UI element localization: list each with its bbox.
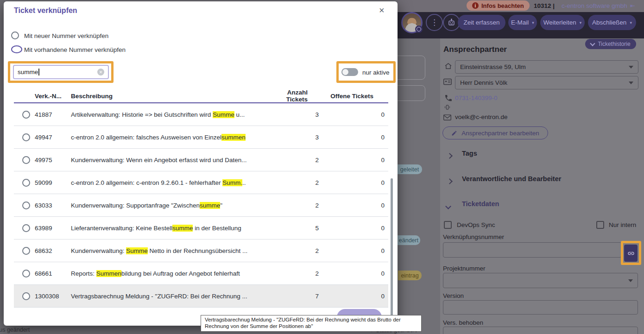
- row-anzahl-tickets: 3: [277, 111, 319, 118]
- table-row[interactable]: 49975Kundenverwaltung: Wenn ein Angebot …: [14, 149, 388, 171]
- section-tags-label[interactable]: Tags: [462, 150, 477, 157]
- table-row[interactable]: 63989Lieferantenverwaltung: Keine Bestel…: [14, 217, 388, 239]
- row-radio[interactable]: [22, 202, 30, 209]
- user-avatar[interactable]: [401, 12, 423, 33]
- row-ticket-number: 1300308: [35, 293, 66, 300]
- row-radio[interactable]: [22, 133, 30, 141]
- home-icon: [444, 62, 452, 70]
- search-highlight: Summ.: [222, 179, 242, 186]
- section-verantwortliche-label[interactable]: Verantwortliche und Bearbeiter: [462, 175, 561, 183]
- section-ticketdaten-label[interactable]: Ticketdaten: [462, 200, 499, 208]
- projektnummer-select[interactable]: [443, 273, 638, 288]
- tickethistorie-button[interactable]: Tickethistorie: [585, 39, 636, 49]
- info-badge-label: Infos beachten: [481, 2, 524, 9]
- row-description: Lieferantenverwaltung: Keine Bestellsumm…: [71, 225, 277, 232]
- devops-sync-checkbox[interactable]: [444, 221, 452, 229]
- section-tags[interactable]: [448, 151, 452, 160]
- collapse-left-icon: ⇤: [630, 2, 635, 9]
- chevron-down-icon: [629, 82, 633, 84]
- nur-intern-checkbox[interactable]: [596, 221, 604, 229]
- page-background: [398, 38, 440, 334]
- verknuepfungsnummer-label: Verknüpfungsnummer: [443, 233, 504, 240]
- row-anzahl-tickets: 2: [277, 179, 319, 186]
- verknuepfungsnummer-input[interactable]: [443, 242, 622, 258]
- col-offene-tickets[interactable]: Offene Tickets: [319, 93, 385, 100]
- row-ticket-number: 68661: [35, 270, 66, 277]
- row-ticket-number: 63989: [35, 225, 66, 232]
- row-offene-tickets: 0: [319, 134, 385, 141]
- row-anzahl-tickets: 5: [277, 225, 319, 232]
- row-anzahl-tickets: 3: [277, 134, 319, 141]
- row-radio[interactable]: [22, 224, 30, 232]
- table-row[interactable]: 63033Kundenverwaltung: Supportanfrage "Z…: [14, 194, 388, 217]
- nur-intern-label: Nur intern: [609, 221, 636, 228]
- radio-vorhandene-nummer[interactable]: [11, 45, 22, 53]
- abschliessen-button[interactable]: Abschließen▾: [588, 15, 636, 30]
- table-row[interactable]: 59099c-entron 2.0 allgemein: c-entron 9.…: [14, 171, 388, 194]
- col-anzahl-tickets[interactable]: Anzahl Tickets: [277, 89, 319, 103]
- row-offene-tickets: 0: [319, 270, 385, 277]
- version-input[interactable]: [443, 300, 638, 315]
- vers-behoben-input[interactable]: [443, 327, 638, 334]
- contact-select[interactable]: Herr Dennis Völk: [455, 76, 638, 89]
- contact-value: Herr Dennis Völk: [460, 79, 507, 86]
- info-alert-badge[interactable]: i Infos beachten: [467, 0, 530, 11]
- search-highlight: Summe: [126, 247, 148, 254]
- projektnummer-label: Projektnummer: [443, 265, 486, 272]
- table-row[interactable]: 68661Reports: Summenbildung bei Auftrag …: [14, 262, 388, 285]
- annotation-box-link-button: [621, 241, 641, 265]
- ticket-table: Verk.-N... Beschreibung Anzahl Tickets O…: [14, 89, 388, 308]
- row-description: Kundenverwaltung: Wenn ein Angebot erfas…: [71, 157, 277, 164]
- col-verknr[interactable]: Verk.-N...: [35, 93, 66, 100]
- scrollbar-thumb[interactable]: [391, 178, 393, 326]
- col-beschreibung[interactable]: Beschreibung: [71, 93, 277, 100]
- address-select[interactable]: Einsteinstrasse 59, Ulm: [455, 60, 638, 74]
- table-header: Verk.-N... Beschreibung Anzahl Tickets O…: [14, 89, 388, 103]
- company-link[interactable]: c-entron software gmbh⇤: [562, 2, 635, 9]
- email-button[interactable]: E-Mail▾: [508, 15, 537, 30]
- search-highlight: Summen: [96, 270, 121, 277]
- chevron-down-icon: ▾: [630, 20, 632, 25]
- row-anzahl-tickets: 2: [277, 247, 319, 254]
- phone-link[interactable]: 0731-140399-0: [455, 95, 498, 101]
- zeit-erfassen-button[interactable]: Zeit erfassen: [458, 15, 505, 30]
- edit-contact-button[interactable]: Ansprechpartner bearbeiten: [442, 126, 548, 139]
- row-offene-tickets: 0: [319, 225, 385, 232]
- devops-sync-label: DevOps Sync: [457, 221, 495, 228]
- close-icon[interactable]: ×: [379, 5, 385, 16]
- row-description: Vertragsbarechnug Meldung - "ZUGFeRD: Be…: [71, 293, 277, 300]
- kebab-menu-button[interactable]: ⋮: [426, 14, 443, 31]
- row-radio[interactable]: [22, 179, 30, 187]
- radio-neue-nummer[interactable]: [11, 32, 19, 39]
- row-radio[interactable]: [22, 156, 30, 164]
- row-description: c-entron 2.0 allgemein: c-entron 9.2.60.…: [71, 179, 277, 186]
- email-icon: [443, 114, 451, 120]
- table-row[interactable]: 1300308Vertragsbarechnug Meldung - "ZUGF…: [14, 285, 388, 308]
- chevron-down-icon: ▾: [580, 20, 582, 25]
- row-radio[interactable]: [22, 111, 30, 119]
- chevron-down-icon: [628, 279, 633, 282]
- row-offene-tickets: 0: [319, 179, 385, 186]
- section-ticketdaten[interactable]: [446, 202, 450, 210]
- row-radio[interactable]: [22, 247, 30, 255]
- row-radio[interactable]: [22, 292, 30, 300]
- row-ticket-number: 63033: [35, 202, 66, 209]
- timeline-entry-left: Status geändert: [0, 327, 30, 333]
- info-icon: i: [472, 2, 479, 9]
- radio-neue-nummer-label[interactable]: Mit neuer Nummer verknüpfen: [24, 32, 108, 39]
- table-row[interactable]: 68632Kundenverwaltung: Summe Netto in de…: [14, 239, 388, 262]
- panel-title: Ansprechpartner: [443, 45, 507, 54]
- row-ticket-number: 49975: [35, 157, 66, 164]
- search-highlight: Summe: [213, 111, 234, 118]
- email-value: voelk@c-entron.de: [455, 113, 508, 120]
- row-radio[interactable]: [22, 270, 30, 277]
- table-row[interactable]: 49947c-entron 2.0 allgemein: falsches Au…: [14, 126, 388, 149]
- section-verantwortliche[interactable]: [448, 177, 452, 185]
- radio-vorhandene-nummer-label[interactable]: Mit vorhandene Nummer verknüpfen: [24, 46, 126, 53]
- row-ticket-number: 49947: [35, 134, 66, 141]
- status-badge: eändert: [397, 235, 420, 245]
- status-badge: eintrag: [398, 271, 422, 280]
- weiterleiten-button[interactable]: Weiterleiten▾: [540, 15, 585, 30]
- table-row[interactable]: 41887Artikelverwaltung: Historie => bei …: [14, 103, 388, 126]
- chevron-down-icon: [445, 203, 451, 209]
